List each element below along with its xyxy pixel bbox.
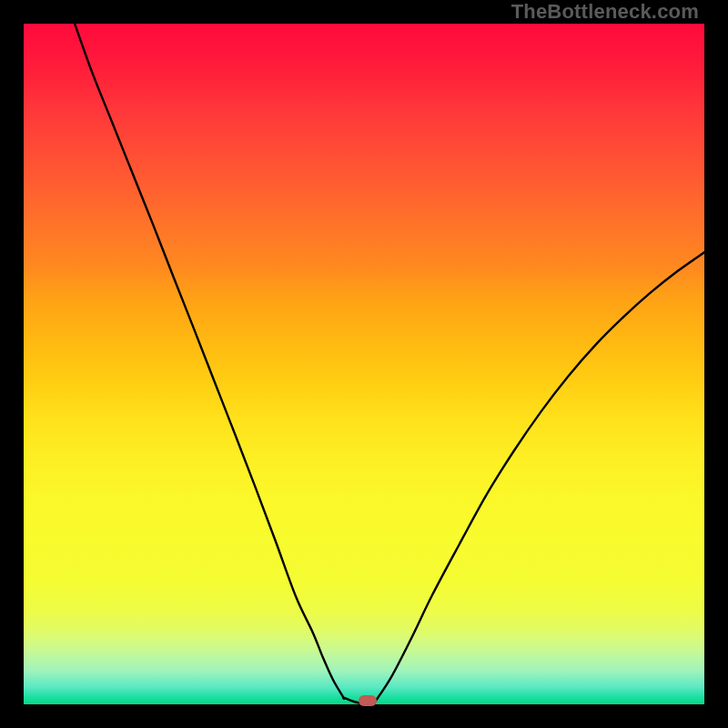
plot-area [24, 24, 704, 704]
minimum-marker [359, 695, 377, 706]
chart-frame: TheBottleneck.com [0, 0, 728, 728]
bottleneck-curve [24, 24, 704, 704]
watermark-text: TheBottleneck.com [511, 0, 699, 24]
